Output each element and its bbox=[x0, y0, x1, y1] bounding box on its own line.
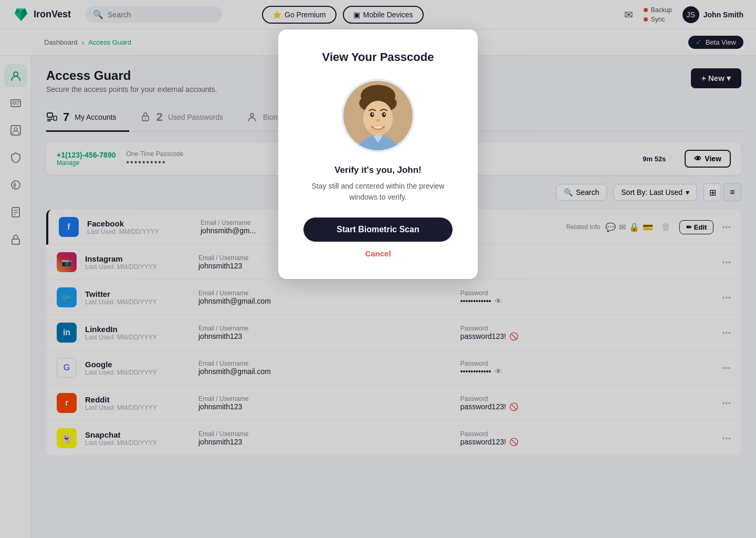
svg-point-34 bbox=[376, 119, 380, 122]
avatar-image bbox=[343, 79, 413, 152]
svg-point-32 bbox=[372, 113, 373, 115]
modal-verify-title: Verify it's you, John! bbox=[334, 165, 422, 175]
modal-verify-desc: Stay still and centered within the previ… bbox=[303, 181, 453, 203]
cancel-button[interactable]: Cancel bbox=[365, 249, 391, 258]
svg-point-33 bbox=[384, 113, 385, 115]
svg-point-35 bbox=[369, 128, 387, 133]
modal-title: View Your Passcode bbox=[322, 50, 434, 64]
modal-avatar bbox=[341, 79, 415, 152]
start-biometric-scan-button[interactable]: Start Biometric Scan bbox=[303, 218, 453, 242]
biometric-modal: View Your Passcode bbox=[278, 29, 478, 279]
modal-overlay: View Your Passcode bbox=[0, 0, 756, 538]
